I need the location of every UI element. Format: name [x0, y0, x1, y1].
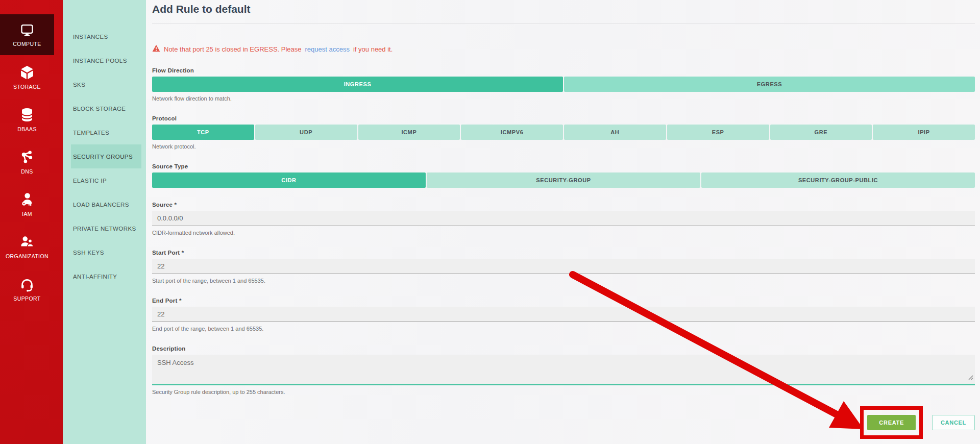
sidebar-item-load-balancers[interactable]: LOAD BALANCERS [63, 192, 146, 216]
monitor-icon [19, 23, 35, 37]
source-type-option-cidr[interactable]: CIDR [152, 172, 426, 188]
sidebar-item-iam[interactable]: IAM [0, 184, 54, 225]
add-rule-form: Add Rule to default Note that port 25 is… [146, 0, 980, 444]
network-nodes-icon [19, 150, 35, 165]
sidebar-item-support[interactable]: SUPPORT [0, 268, 54, 309]
source-type-option-security-group-public[interactable]: SECURITY-GROUP-PUBLIC [701, 172, 975, 188]
flow-direction-help: Network flow direction to match. [152, 95, 975, 102]
resize-handle-icon[interactable] [968, 373, 973, 382]
protocol-option-esp[interactable]: ESP [667, 125, 769, 140]
source-type-segmented: CIDR SECURITY-GROUP SECURITY-GROUP-PUBLI… [152, 172, 975, 188]
primary-sidebar: COMPUTE STORAGE DBAAS DNS IAM ORGANIZATI… [0, 0, 63, 444]
sidebar-item-storage[interactable]: STORAGE [0, 57, 54, 97]
description-textarea[interactable]: SSH Access [152, 355, 975, 385]
database-icon [19, 107, 35, 122]
sidebar-item-sks[interactable]: SKS [63, 72, 146, 96]
headset-icon [19, 277, 35, 292]
flow-direction-label: Flow Direction [152, 67, 975, 73]
sidebar-item-label: SUPPORT [13, 295, 40, 302]
source-type-option-security-group[interactable]: SECURITY-GROUP [427, 172, 700, 188]
flow-option-egress[interactable]: EGRESS [564, 77, 975, 92]
flow-option-ingress[interactable]: INGRESS [152, 77, 563, 92]
protocol-label: Protocol [152, 115, 975, 121]
user-key-icon [19, 192, 35, 207]
sidebar-item-security-groups[interactable]: SECURITY GROUPS [71, 144, 141, 168]
source-label: Source * [152, 202, 975, 208]
protocol-segmented: TCP UDP ICMP ICMPV6 AH ESP GRE IPIP [152, 125, 975, 140]
sidebar-top-strip [0, 0, 63, 14]
sidebar-item-block-storage[interactable]: BLOCK STORAGE [63, 96, 146, 120]
sidebar-item-label: IAM [22, 211, 32, 217]
port25-warning: Note that port 25 is closed in EGRESS. P… [152, 44, 975, 54]
people-icon [19, 234, 35, 250]
source-input[interactable] [152, 211, 975, 226]
cancel-button[interactable]: CANCEL [932, 415, 975, 430]
sidebar-item-label: STORAGE [13, 84, 41, 90]
description-help: Security Group rule description, up to 2… [152, 389, 975, 395]
protocol-option-icmp[interactable]: ICMP [358, 125, 460, 140]
protocol-option-icmpv6[interactable]: ICMPV6 [461, 125, 563, 140]
form-actions: CREATE CANCEL [152, 406, 975, 439]
sidebar-item-label: ORGANIZATION [6, 253, 48, 259]
sidebar-item-organization[interactable]: ORGANIZATION [0, 226, 54, 267]
sidebar-item-private-networks[interactable]: PRIVATE NETWORKS [63, 216, 146, 240]
start-port-help: Start port of the range, between 1 and 6… [152, 278, 975, 284]
cube-icon [19, 65, 35, 80]
sidebar-item-instances[interactable]: INSTANCES [63, 24, 146, 48]
flow-direction-segmented: INGRESS EGRESS [152, 77, 975, 92]
protocol-option-tcp[interactable]: TCP [152, 125, 254, 140]
warning-text: Note that port 25 is closed in EGRESS. P… [164, 45, 302, 53]
sidebar-item-dbaas[interactable]: DBAAS [0, 99, 54, 140]
compute-submenu: INSTANCES INSTANCE POOLS SKS BLOCK STORA… [63, 0, 146, 444]
protocol-option-ipip[interactable]: IPIP [873, 125, 975, 140]
sidebar-item-label: DBAAS [17, 126, 37, 132]
sidebar-item-dns[interactable]: DNS [0, 141, 54, 182]
end-port-input[interactable] [152, 307, 975, 322]
end-port-help: End port of the range, between 1 and 655… [152, 326, 975, 332]
sidebar-item-anti-affinity[interactable]: ANTI-AFFINITY [63, 264, 146, 288]
protocol-help: Network protocol. [152, 143, 975, 150]
description-label: Description [152, 346, 975, 352]
start-port-input[interactable] [152, 259, 975, 274]
warning-triangle-icon [152, 44, 160, 54]
request-access-link[interactable]: request access [305, 45, 350, 53]
sidebar-item-ssh-keys[interactable]: SSH KEYS [63, 240, 146, 264]
protocol-option-udp[interactable]: UDP [255, 125, 357, 140]
sidebar-item-compute[interactable]: COMPUTE [0, 14, 54, 55]
protocol-option-gre[interactable]: GRE [770, 125, 872, 140]
annotation-highlight-box: CREATE [860, 406, 923, 439]
warning-text-suffix: if you need it. [353, 45, 393, 53]
title-divider [152, 23, 975, 24]
page-title: Add Rule to default [152, 3, 975, 15]
sidebar-item-elastic-ip[interactable]: ELASTIC IP [63, 168, 146, 192]
create-button[interactable]: CREATE [867, 415, 916, 430]
sidebar-item-label: DNS [21, 168, 33, 175]
end-port-label: End Port * [152, 298, 975, 304]
sidebar-item-instance-pools[interactable]: INSTANCE POOLS [63, 48, 146, 72]
sidebar-item-templates[interactable]: TEMPLATES [63, 120, 146, 144]
source-help: CIDR-formatted network allowed. [152, 230, 975, 236]
description-field: SSH Access [152, 355, 975, 385]
sidebar-item-label: COMPUTE [13, 41, 41, 47]
start-port-label: Start Port * [152, 250, 975, 256]
protocol-option-ah[interactable]: AH [564, 125, 666, 140]
source-type-label: Source Type [152, 163, 975, 169]
